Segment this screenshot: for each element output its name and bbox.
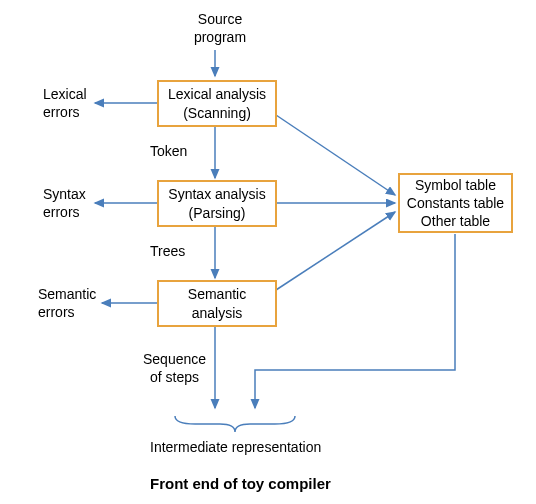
syntax-errors-label: Syntax errors <box>43 185 86 221</box>
source-program-label: Source program <box>180 10 260 46</box>
sequence-label: Sequence of steps <box>143 350 206 386</box>
lexical-analysis-box: Lexical analysis (Scanning) <box>157 80 277 127</box>
token-label: Token <box>150 142 187 160</box>
diagram-title: Front end of toy compiler <box>150 475 331 492</box>
lexical-line1: Lexical analysis <box>168 85 266 103</box>
tables-box: Symbol table Constants table Other table <box>398 173 513 233</box>
tables-line3: Other table <box>421 212 490 230</box>
tables-line1: Symbol table <box>415 176 496 194</box>
semantic-line2: analysis <box>192 304 243 322</box>
semantic-line1: Semantic <box>188 285 246 303</box>
source-line1: Source <box>198 11 242 27</box>
syntax-analysis-box: Syntax analysis (Parsing) <box>157 180 277 227</box>
svg-line-7 <box>276 115 395 195</box>
syntax-line1: Syntax analysis <box>168 185 265 203</box>
semantic-analysis-box: Semantic analysis <box>157 280 277 327</box>
intermediate-representation-label: Intermediate representation <box>150 438 321 456</box>
diagram-arrows <box>0 0 536 504</box>
lexical-errors-label: Lexical errors <box>43 85 87 121</box>
lexical-line2: (Scanning) <box>183 104 251 122</box>
svg-line-9 <box>276 212 395 290</box>
syntax-line2: (Parsing) <box>189 204 246 222</box>
tables-line2: Constants table <box>407 194 504 212</box>
semantic-errors-label: Semantic errors <box>38 285 96 321</box>
trees-label: Trees <box>150 242 185 260</box>
source-line2: program <box>194 29 246 45</box>
